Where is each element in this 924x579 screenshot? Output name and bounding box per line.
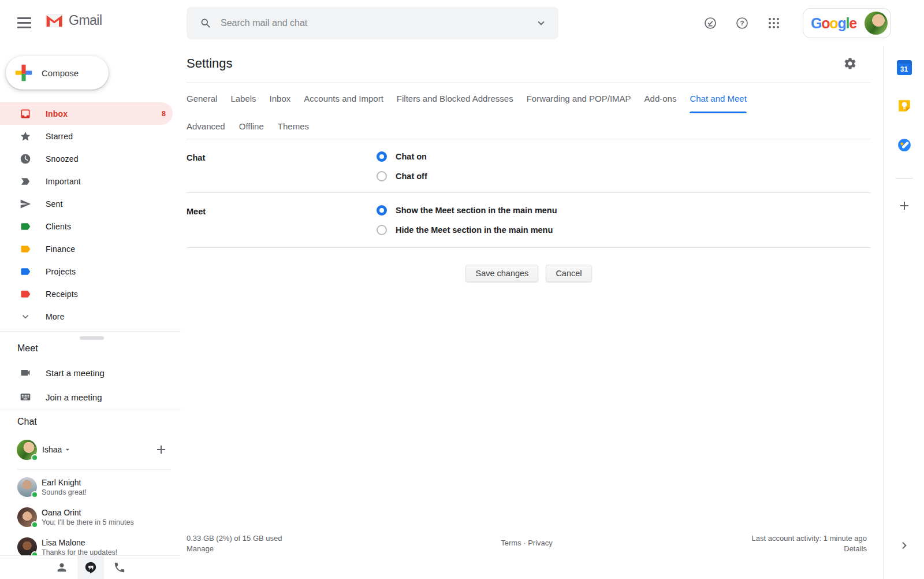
contact-avatar [17,507,37,527]
header-action-button[interactable]: ? [729,10,755,36]
left-sidebar: Compose Inbox 8 Starred Snoozed Importan… [0,46,181,579]
radio-button[interactable] [377,225,387,235]
google-account-button[interactable]: Google [803,8,891,38]
radio-button[interactable] [377,205,387,216]
tasks-icon[interactable] [897,138,912,153]
meet-item-label: Join a meeting [46,392,102,402]
section-label: Meet [187,192,377,247]
footer-tab[interactable] [77,556,104,579]
sidebar-item[interactable]: Snoozed [0,147,173,170]
compose-plus-icon [14,64,33,82]
star-icon [20,131,31,142]
sidebar-item-label: Important [46,177,81,186]
chat-user-row[interactable]: Ishaa [0,439,173,461]
chat-contact[interactable]: Earl Knight Sounds great! [0,472,173,502]
person-icon [55,561,68,574]
chat-contact[interactable]: Lisa Malone Thanks for the updates! [0,532,173,555]
radio-option[interactable]: Show the Meet section in the main menu [377,201,557,220]
settings-main: Settings GeneralLabelsInboxAccounts and … [181,46,884,579]
search-input[interactable] [221,18,535,28]
right-side-panel: 31 [884,46,924,579]
chat-setting-section: Chat Chat on Chat off [187,139,871,192]
radio-option[interactable]: Chat on [377,147,427,166]
sidebar-scrollbar-thumb[interactable] [80,336,104,340]
settings-tab[interactable]: Themes [278,113,309,139]
new-chat-plus-icon[interactable] [154,443,168,456]
divider [0,410,181,410]
phone-icon [113,561,126,574]
settings-tab[interactable]: Offline [239,113,264,139]
sidebar-item[interactable]: More [0,305,173,328]
chat-contact[interactable]: Oana Orint You: I'll be there in 5 minut… [0,502,173,532]
sidebar-item[interactable]: Sent [0,192,173,215]
footer-tab[interactable] [49,556,75,579]
keyboard-icon [20,391,31,403]
radio-button[interactable] [377,171,387,181]
label-icon [20,243,31,255]
sidebar-item[interactable]: Projects [0,260,173,283]
user-avatar[interactable] [865,12,888,35]
settings-tab[interactable]: Chat and Meet [690,83,746,113]
sidebar-item-label: More [46,312,65,321]
clock-icon [20,153,31,165]
meet-section-title: Meet [17,343,38,354]
chat-section-title: Chat [17,417,37,427]
settings-tab[interactable]: Advanced [187,113,225,139]
settings-tab[interactable]: Accounts and Import [304,83,383,113]
collapse-panel-chevron-right-icon[interactable] [897,539,911,552]
details-link[interactable]: Details [752,544,867,554]
settings-actions: Save changes Cancel [187,265,871,282]
send-icon [20,198,31,210]
meet-item[interactable]: Start a meeting [0,361,173,385]
search-options-chevron-down-icon[interactable] [535,17,547,29]
unread-count-badge: 8 [162,110,166,118]
last-account-activity: Last account activity: 1 minute ago [752,533,867,544]
get-addons-plus-icon[interactable] [897,199,911,213]
settings-tab[interactable]: Inbox [270,83,291,113]
sidebar-item[interactable]: Starred [0,125,173,147]
save-changes-button[interactable]: Save changes [465,265,538,282]
sidebar-item-label: Finance [46,244,75,254]
settings-tab[interactable]: Forwarding and POP/IMAP [527,83,631,113]
google-logo-letter: g [837,15,845,32]
gear-icon[interactable] [843,57,857,70]
sidebar-item[interactable]: Receipts [0,283,173,305]
chat-user-name: Ishaa [42,445,62,454]
contact-name: Oana Orint [42,508,134,518]
sidebar-item-label: Clients [46,222,71,231]
compose-button[interactable]: Compose [6,56,109,90]
cancel-button[interactable]: Cancel [546,265,591,282]
radio-button[interactable] [377,151,387,162]
contact-name: Lisa Malone [42,538,117,548]
terms-link[interactable]: Terms [501,539,521,547]
label-icon [20,266,31,277]
settings-tab[interactable]: Labels [230,83,256,113]
sidebar-item[interactable]: Inbox 8 [0,102,173,125]
contact-status: Sounds great! [42,488,87,497]
page-title: Settings [187,56,233,71]
calendar-icon[interactable]: 31 [897,60,912,75]
radio-option[interactable]: Hide the Meet section in the main menu [377,220,557,240]
settings-tab[interactable]: General [187,83,217,113]
check-circle-icon [703,16,717,30]
meet-item[interactable]: Join a meeting [0,385,173,409]
sidebar-item[interactable]: Finance [0,237,173,260]
chevron-down-icon [20,311,31,322]
sidebar-item[interactable]: Important [0,170,173,192]
compose-label: Compose [42,68,79,78]
header-action-button[interactable] [761,10,787,36]
footer-tab[interactable] [106,556,133,579]
chat-contacts-list: Earl Knight Sounds great! Oana Orint You… [0,472,173,555]
header-action-button[interactable] [698,10,723,36]
settings-tab[interactable]: Add-ons [644,83,677,113]
search-icon[interactable] [200,17,212,29]
sidebar-item[interactable]: Clients [0,215,173,237]
search-bar[interactable] [187,7,558,39]
settings-tab[interactable]: Filters and Blocked Addresses [397,83,513,113]
radio-option[interactable]: Chat off [377,166,427,186]
sidebar-item-label: Receipts [46,290,78,299]
hamburger-menu-icon[interactable] [17,17,31,29]
privacy-link[interactable]: Privacy [528,539,553,547]
keep-icon[interactable] [897,98,912,113]
section-label: Chat [187,139,377,192]
